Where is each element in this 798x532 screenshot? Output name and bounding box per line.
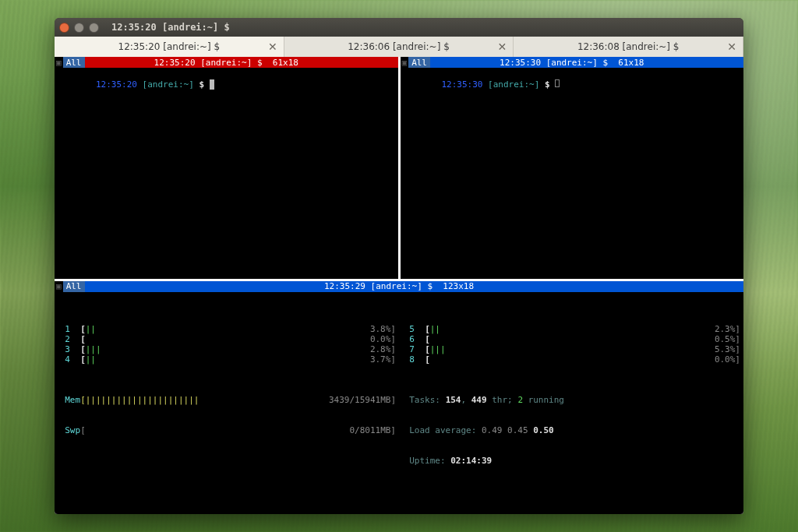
close-tab-icon[interactable]: ✕ [268,41,277,53]
pane-title: 12:35:30 [andrei:~] $ 61x18 [500,58,644,68]
pane-all-badge: All [63,57,85,68]
pane-bar: ▣ All 12:35:30 [andrei:~] $ 61x18 [401,57,744,68]
pane-marker-icon: ▣ [55,57,63,68]
close-tab-icon[interactable]: ✕ [727,41,736,53]
htop-output: 1 [|| 3.8%] 2 [ 0.0%] 3 [||| 2.8%] 4 [||… [55,292,743,514]
close-icon[interactable] [59,23,69,33]
pane-all-badge: All [408,57,430,68]
minimize-icon[interactable] [74,23,84,33]
cpu-meter: 2 [ 0.0%] [55,334,399,344]
tab-label: 12:36:08 [andrei:~] $ [577,41,680,52]
window-titlebar[interactable]: 12:35:20 [andrei:~] $ [55,18,743,37]
tab-label: 12:36:06 [andrei:~] $ [348,41,450,52]
pane-title: 12:35:20 [andrei:~] $ 61x18 [154,58,298,68]
tab-2[interactable]: 12:36:06 [andrei:~] $ ✕ [284,37,514,57]
prompt: 12:35:30 [andrei:~] $ [441,79,560,90]
pane-all-badge: All [63,281,85,292]
pane-bar: ▣ All 12:35:29 [andrei:~] $ 123x18 [55,281,743,292]
tab-1[interactable]: 12:35:20 [andrei:~] $ ✕ [55,37,284,57]
cpu-meter: 4 [|| 3.7%] [55,354,399,365]
pane-marker-icon: ▣ [55,281,63,292]
close-tab-icon[interactable]: ✕ [498,41,507,53]
cursor-icon [210,79,215,90]
maximize-icon[interactable] [89,23,99,33]
cursor-icon [555,79,560,87]
prompt: 12:35:20 [andrei:~] $ [96,79,214,90]
tab-3[interactable]: 12:36:08 [andrei:~] $ ✕ [514,37,743,57]
pane-top-left[interactable]: ▣ All 12:35:20 [andrei:~] $ 61x18 12:35:… [55,57,398,279]
cpu-meter: 7 [||| 5.3%] [399,344,743,354]
cpu-meter: 3 [||| 2.8%] [55,344,399,354]
pane-container: ▣ All 12:35:20 [andrei:~] $ 61x18 12:35:… [55,57,743,514]
pane-marker-icon: ▣ [401,57,409,68]
terminal-window: 12:35:20 [andrei:~] $ 12:35:20 [andrei:~… [55,18,743,514]
tab-strip: 12:35:20 [andrei:~] $ ✕ 12:36:06 [andrei… [55,37,743,57]
pane-bar: ▣ All 12:35:20 [andrei:~] $ 61x18 [55,57,398,68]
cpu-meter: 8 [ 0.0%] [399,354,743,365]
tab-label: 12:35:20 [andrei:~] $ [118,41,221,52]
window-title: 12:35:20 [andrei:~] $ [111,22,230,33]
cpu-meter: 5 [|| 2.3%] [399,324,743,334]
cpu-meter: 1 [|| 3.8%] [55,324,399,334]
cpu-meter: 6 [ 0.5%] [399,334,743,344]
pane-top-right[interactable]: ▣ All 12:35:30 [andrei:~] $ 61x18 12:35:… [401,57,744,279]
pane-title: 12:35:29 [andrei:~] $ 123x18 [324,281,474,291]
pane-bottom[interactable]: ▣ All 12:35:29 [andrei:~] $ 123x18 1 [||… [55,281,743,514]
